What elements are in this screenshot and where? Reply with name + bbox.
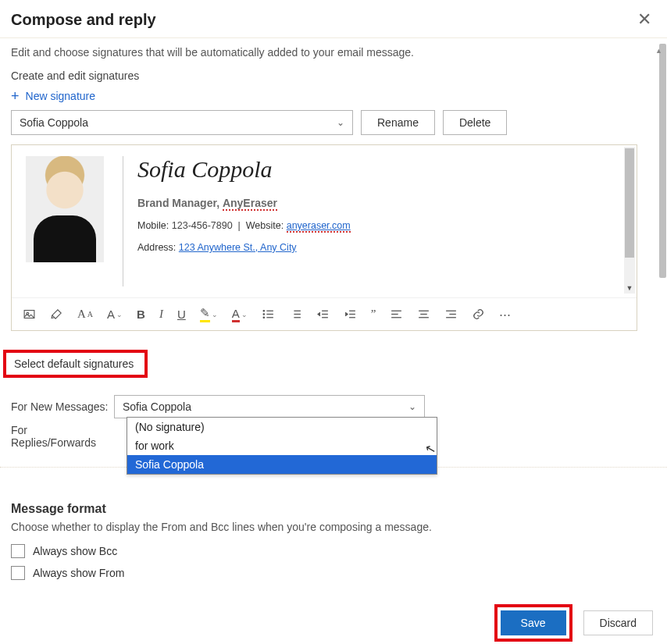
signature-photo bbox=[26, 156, 104, 262]
discard-button[interactable]: Discard bbox=[583, 610, 653, 635]
bullets-icon[interactable] bbox=[262, 308, 275, 321]
svg-point-6 bbox=[263, 314, 264, 315]
quote-icon[interactable]: ” bbox=[371, 308, 376, 321]
always-show-from-label: Always show From bbox=[33, 567, 124, 579]
signature-content[interactable]: Sofia Coppola Brand Manager, AnyEraser M… bbox=[123, 156, 351, 286]
dropdown-option-forwork[interactable]: for work bbox=[127, 436, 437, 455]
signature-editor[interactable]: Sofia Coppola Brand Manager, AnyEraser M… bbox=[11, 144, 637, 331]
page-scrollbar[interactable] bbox=[659, 44, 666, 278]
font-size-icon[interactable]: A⌄ bbox=[107, 308, 123, 321]
message-format-description: Choose whether to display the From and B… bbox=[11, 521, 656, 533]
page-title: Compose and reply bbox=[11, 11, 156, 29]
always-show-bcc-label: Always show Bcc bbox=[33, 545, 117, 557]
website-link[interactable]: anyeraser.com bbox=[287, 220, 351, 233]
svg-point-5 bbox=[263, 311, 264, 311]
rename-button[interactable]: Rename bbox=[361, 110, 435, 135]
font-family-icon[interactable]: AA bbox=[77, 308, 93, 321]
plus-icon: + bbox=[11, 91, 20, 101]
new-signature-label: New signature bbox=[26, 90, 96, 102]
new-messages-value: Sofia Coppola bbox=[123, 400, 191, 413]
signature-address-line: Address: 123 Anywhere St., Any City bbox=[137, 242, 351, 253]
save-button[interactable]: Save bbox=[501, 610, 566, 635]
message-format-heading: Message format bbox=[11, 502, 656, 516]
signature-select-value: Sofia Coppola bbox=[20, 116, 88, 129]
dropdown-option-none[interactable]: (No signature) bbox=[127, 418, 437, 436]
chevron-down-icon: ⌄ bbox=[408, 401, 416, 412]
numbering-icon[interactable] bbox=[289, 308, 302, 321]
page-description: Edit and choose signatures that will be … bbox=[11, 46, 656, 59]
new-messages-select[interactable]: Sofia Coppola ⌄ bbox=[114, 395, 425, 418]
default-signatures-heading: Select default signatures bbox=[3, 350, 148, 378]
outdent-icon[interactable] bbox=[316, 308, 330, 321]
signature-job-title: Brand Manager, AnyEraser bbox=[137, 197, 351, 211]
close-icon[interactable]: ✕ bbox=[634, 8, 655, 31]
bold-icon[interactable]: B bbox=[137, 308, 145, 321]
new-messages-label: For New Messages: bbox=[11, 400, 114, 413]
always-show-from-checkbox[interactable] bbox=[11, 566, 25, 580]
format-toolbar: AA A⌄ B I U ✎⌄ A⌄ ” ⋯ bbox=[12, 297, 637, 330]
delete-button[interactable]: Delete bbox=[443, 110, 507, 135]
underline-icon[interactable]: U bbox=[177, 308, 186, 321]
new-signature-button[interactable]: + New signature bbox=[11, 87, 656, 110]
replies-forwards-label: For Replies/Forwards bbox=[11, 424, 114, 449]
signature-name: Sofia Coppola bbox=[137, 156, 351, 183]
svg-point-7 bbox=[263, 317, 264, 318]
format-painter-icon[interactable] bbox=[50, 308, 63, 321]
highlight-icon[interactable]: ✎⌄ bbox=[200, 306, 218, 322]
dropdown-option-sofia[interactable]: Sofia Coppola bbox=[127, 455, 437, 474]
chevron-down-icon: ⌄ bbox=[337, 117, 344, 128]
scroll-up-icon[interactable]: ▲ bbox=[655, 47, 662, 55]
align-right-icon[interactable] bbox=[444, 308, 458, 321]
align-left-icon[interactable] bbox=[390, 308, 403, 321]
signature-contact-line: Mobile: 123-456-7890 | Website: anyerase… bbox=[137, 220, 351, 233]
more-icon[interactable]: ⋯ bbox=[499, 308, 511, 322]
signature-select[interactable]: Sofia Coppola ⌄ bbox=[11, 110, 353, 135]
address-link[interactable]: 123 Anywhere St., Any City bbox=[179, 242, 297, 253]
create-signatures-label: Create and edit signatures bbox=[11, 69, 656, 82]
link-icon[interactable] bbox=[472, 308, 485, 321]
align-center-icon[interactable] bbox=[417, 308, 430, 321]
font-color-icon[interactable]: A⌄ bbox=[232, 307, 248, 322]
insert-image-icon[interactable] bbox=[23, 308, 36, 321]
editor-scrollbar[interactable]: ▼ bbox=[624, 147, 635, 294]
italic-icon[interactable]: I bbox=[159, 308, 163, 321]
indent-icon[interactable] bbox=[344, 308, 357, 321]
save-highlight: Save bbox=[494, 604, 572, 642]
signature-dropdown[interactable]: (No signature) for work Sofia Coppola bbox=[127, 417, 437, 475]
always-show-bcc-checkbox[interactable] bbox=[11, 544, 25, 558]
